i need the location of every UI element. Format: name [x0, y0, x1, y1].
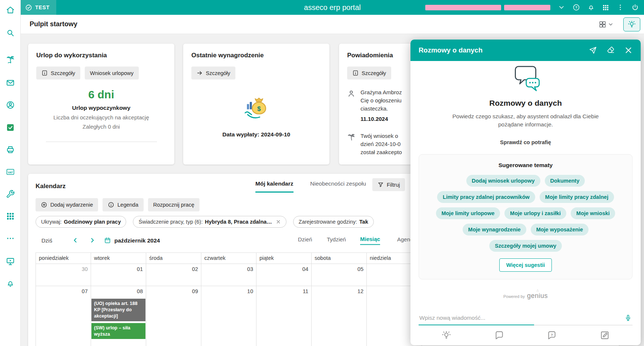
- day-cell[interactable]: 02: [146, 264, 201, 286]
- lightbulb-icon: [442, 330, 451, 340]
- weekday-header-row: poniedziałek wtorek środa czwartek piąte…: [36, 253, 422, 264]
- add-event-button[interactable]: Dodaj wydarzenie: [36, 198, 98, 211]
- assistant-tab-faq[interactable]: ?: [547, 330, 557, 340]
- day-cell[interactable]: 01: [91, 264, 146, 286]
- today-button[interactable]: Dziś: [41, 237, 52, 244]
- day-cell[interactable]: 09: [146, 286, 201, 346]
- sidebar-item-printer[interactable]: [6, 145, 15, 154]
- start-work-button[interactable]: Rozpocznij pracę: [148, 198, 199, 211]
- day-cell[interactable]: 12: [312, 286, 367, 346]
- redacted-company-info: [504, 5, 550, 10]
- topic-chip[interactable]: Moje wnioski: [571, 207, 615, 219]
- calendar-event[interactable]: (UO) opieka art. 188 KP [Przesłany do ak…: [91, 299, 145, 321]
- svg-text:VAT: VAT: [8, 171, 13, 174]
- help-button[interactable]: ?: [573, 4, 580, 11]
- salary-card-title: Ostatnie wynagrodzenie: [191, 52, 321, 59]
- sidebar-item-tools[interactable]: [6, 190, 15, 199]
- day-cell[interactable]: 30: [36, 264, 91, 286]
- view-tab-day[interactable]: Dzień: [298, 236, 312, 245]
- sidebar-item-vat[interactable]: VAT: [6, 167, 15, 176]
- arrow-right-icon: [197, 70, 203, 76]
- topic-chip[interactable]: Limity pracy zdalnej pracowników: [437, 191, 535, 203]
- close-icon: [624, 46, 633, 54]
- day-cell[interactable]: 08 (UO) opieka art. 188 KP [Przesłany do…: [91, 286, 146, 346]
- microphone-icon: [624, 314, 632, 322]
- filter-button[interactable]: Filtruj: [372, 178, 405, 191]
- sidebar-item-mail[interactable]: [6, 78, 15, 87]
- sidebar-item-tasks[interactable]: [6, 123, 15, 132]
- day-cell[interactable]: 11: [256, 286, 312, 346]
- topic-chip[interactable]: Dokumenty: [545, 175, 585, 187]
- topic-chip[interactable]: Moje wynagrodzenie: [463, 224, 526, 235]
- close-icon: [276, 219, 281, 224]
- calendar-event[interactable]: (SW) urlop – siła wyższa: [91, 323, 145, 339]
- topic-chip[interactable]: Moje limity pracy zdalnej: [540, 191, 614, 203]
- salary-details-button[interactable]: Szczegóły: [191, 67, 235, 79]
- week-row: 07 08 (UO) opieka art. 188 KP [Przesłany…: [36, 286, 422, 346]
- sidebar-item-home[interactable]: [6, 6, 15, 14]
- topic-chip[interactable]: Szczegóły mojej umowy: [489, 240, 562, 252]
- tab-team-absences[interactable]: Nieobecności zespołu: [310, 180, 366, 191]
- sidebar-item-notifications[interactable]: [6, 279, 15, 288]
- assistant-panel: Rozmowy o danych Rozmowy o danych Powied…: [410, 40, 641, 345]
- overflow-menu-button[interactable]: [617, 4, 624, 11]
- more-suggestions-button[interactable]: Więcej sugestii: [499, 258, 552, 272]
- bell-icon: [587, 4, 595, 11]
- sidebar-item-search[interactable]: [6, 28, 15, 37]
- apps-grid-icon: [602, 4, 609, 11]
- day-cell[interactable]: 10: [201, 286, 256, 346]
- day-cell[interactable]: 04: [256, 264, 312, 286]
- filter-chip-registered-hours[interactable]: Zarejestrowane godziny: Tak: [293, 216, 374, 228]
- vacation-details-button[interactable]: Szczegóły: [36, 67, 80, 79]
- previous-month-button[interactable]: [72, 237, 79, 244]
- redacted-user-info: [425, 5, 501, 10]
- message-input[interactable]: [419, 315, 624, 321]
- remove-filter-button[interactable]: [276, 219, 281, 224]
- assistant-tab-chat[interactable]: [494, 330, 504, 340]
- topic-chip[interactable]: Moje limity urlopowe: [436, 207, 500, 219]
- vacation-request-button[interactable]: Wniosek urlopowy: [85, 67, 139, 79]
- legend-button[interactable]: Legenda: [103, 198, 143, 211]
- day-cell[interactable]: 07: [36, 286, 91, 346]
- filter-chip-work-type[interactable]: Świadczenie pracy, typ (6): Hybryda 8, P…: [133, 216, 286, 228]
- close-panel-button[interactable]: [624, 46, 633, 54]
- microphone-button[interactable]: [624, 314, 632, 322]
- sidebar-item-apps[interactable]: [6, 212, 15, 221]
- view-tab-month[interactable]: Miesiąc: [360, 236, 380, 245]
- topic-chip[interactable]: Moje urlopy i zasiłki: [504, 207, 566, 219]
- topic-chip[interactable]: Dodaj wniosek urlopowy: [466, 175, 540, 187]
- assistant-tab-compose[interactable]: [600, 330, 610, 340]
- day-cell[interactable]: 03: [201, 264, 256, 286]
- assistant-tab-suggestions[interactable]: [442, 330, 451, 340]
- sidebar-item-more[interactable]: [6, 234, 15, 243]
- sidebar-item-presentation[interactable]: [6, 257, 15, 266]
- dashboard-layout-switcher[interactable]: [599, 21, 614, 28]
- logout-button[interactable]: [631, 4, 639, 11]
- page-header: Pulpit startowy: [21, 15, 644, 34]
- notifications-details-button[interactable]: Szczegóły: [347, 67, 391, 79]
- user-menu-chevron[interactable]: [558, 4, 565, 11]
- page-title: Pulpit startowy: [30, 20, 77, 28]
- notification-text-line: dzień 2024-10-0: [360, 140, 402, 148]
- current-month-picker[interactable]: październik 2024: [104, 237, 160, 244]
- apps-launcher-button[interactable]: [602, 4, 609, 11]
- view-tab-week[interactable]: Tydzień: [327, 236, 346, 245]
- svg-text:$: $: [257, 105, 261, 112]
- card-divider: [46, 142, 157, 142]
- next-month-button[interactable]: [88, 237, 96, 244]
- sidebar-item-contacts[interactable]: [6, 101, 15, 109]
- day-cell[interactable]: 05: [312, 264, 367, 286]
- vacation-type: Urlop wypoczynkowy: [36, 105, 166, 111]
- filter-chip-hide[interactable]: Ukrywaj: Godzinowy plan pracy: [36, 216, 126, 228]
- details-info-icon: [352, 70, 359, 76]
- tab-my-calendar[interactable]: Mój kalendarz: [255, 180, 294, 193]
- chevron-right-icon: [88, 237, 96, 244]
- notifications-button[interactable]: [587, 4, 595, 11]
- mute-assistant-button[interactable]: [589, 46, 597, 54]
- presentation-icon: [6, 257, 15, 266]
- clear-conversation-button[interactable]: [607, 46, 615, 54]
- assistant-toggle-button[interactable]: [623, 17, 640, 31]
- check-capabilities-link[interactable]: Sprawdź co potrafię: [419, 139, 633, 145]
- topic-chip[interactable]: Moje wyposażenie: [531, 224, 589, 235]
- sidebar-item-vacations[interactable]: [6, 55, 15, 64]
